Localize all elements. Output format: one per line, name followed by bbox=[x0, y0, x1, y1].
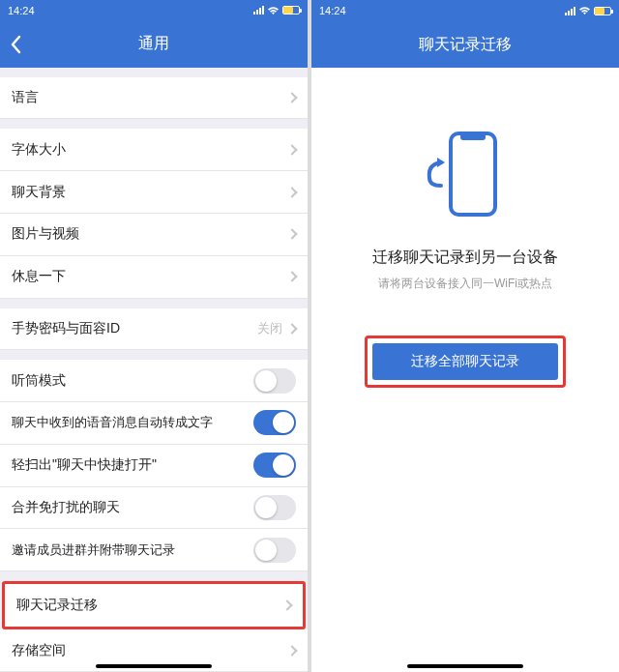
row-label: 邀请成员进群并附带聊天记录 bbox=[12, 541, 175, 559]
battery-icon bbox=[594, 7, 611, 15]
home-indicator bbox=[407, 664, 523, 668]
signal-icon bbox=[253, 6, 264, 15]
chevron-right-icon bbox=[286, 187, 297, 197]
row-invite-with-history: 邀请成员进群并附带聊天记录 bbox=[0, 529, 308, 571]
chevron-right-icon bbox=[286, 229, 297, 240]
chevron-right-icon bbox=[286, 271, 297, 281]
row-label: 手势密码与面容ID bbox=[12, 320, 120, 337]
row-receiver-mode: 听筒模式 bbox=[0, 360, 308, 402]
svg-rect-0 bbox=[451, 133, 495, 215]
wifi-icon bbox=[267, 6, 280, 15]
migrate-heading: 迁移聊天记录到另一台设备 bbox=[372, 248, 558, 268]
highlight-box: 迁移全部聊天记录 bbox=[365, 336, 566, 388]
device-transfer-icon bbox=[422, 126, 509, 222]
battery-icon bbox=[282, 6, 300, 15]
svg-rect-1 bbox=[460, 133, 486, 140]
toggle-quick-open[interactable] bbox=[253, 453, 296, 478]
migrate-all-button[interactable]: 迁移全部聊天记录 bbox=[372, 343, 558, 380]
row-label: 字体大小 bbox=[12, 141, 66, 159]
chevron-right-icon bbox=[286, 323, 297, 334]
toggle-merge-dnd[interactable] bbox=[253, 495, 296, 520]
toggle-receiver-mode[interactable] bbox=[253, 368, 296, 394]
chevron-right-icon bbox=[286, 144, 297, 155]
back-icon[interactable] bbox=[10, 35, 21, 54]
row-label: 聊天中收到的语音消息自动转成文字 bbox=[12, 414, 213, 431]
home-indicator bbox=[96, 664, 212, 668]
row-gesture-faceid[interactable]: 手势密码与面容ID 关闭 bbox=[0, 308, 308, 351]
nav-header: 聊天记录迁移 bbox=[311, 21, 619, 68]
status-time: 14:24 bbox=[319, 5, 346, 16]
row-quick-open: 轻扫出"聊天中快捷打开" bbox=[0, 445, 308, 487]
row-label: 语言 bbox=[12, 89, 39, 106]
chevron-right-icon bbox=[286, 645, 297, 656]
row-auto-transcribe: 聊天中收到的语音消息自动转成文字 bbox=[0, 402, 308, 445]
row-chat-background[interactable]: 聊天背景 bbox=[0, 171, 308, 214]
row-label: 聊天背景 bbox=[12, 184, 66, 201]
row-value: 关闭 bbox=[257, 320, 282, 337]
row-label: 图片与视频 bbox=[12, 225, 79, 243]
toggle-auto-transcribe[interactable] bbox=[253, 410, 296, 435]
row-image-video[interactable]: 图片与视频 bbox=[0, 214, 308, 256]
nav-header: 通用 bbox=[0, 21, 308, 68]
row-label: 合并免打扰的聊天 bbox=[12, 499, 120, 516]
row-chat-migration[interactable]: 聊天记录迁移 bbox=[5, 584, 303, 627]
status-bar: 14:24 bbox=[311, 0, 619, 21]
chevron-right-icon bbox=[286, 92, 297, 102]
row-label: 聊天记录迁移 bbox=[16, 597, 98, 614]
status-indicators bbox=[253, 6, 300, 15]
header-title: 聊天记录迁移 bbox=[419, 35, 512, 55]
right-screenshot: 14:24 聊天记录迁移 迁移聊天记录到另一台设备 请将两台设备接入同一WiFi… bbox=[311, 0, 619, 672]
row-font-size[interactable]: 字体大小 bbox=[0, 129, 308, 171]
row-language[interactable]: 语言 bbox=[0, 77, 308, 120]
row-label: 轻扫出"聊天中快捷打开" bbox=[12, 456, 157, 474]
header-title: 通用 bbox=[138, 34, 169, 54]
left-screenshot: 14:24 通用 语言 字体大小 聊天背景 图片与视频 休息一下 手势密码与面容… bbox=[0, 0, 308, 672]
toggle-invite-with-history[interactable] bbox=[253, 538, 296, 563]
row-rest[interactable]: 休息一下 bbox=[0, 256, 308, 299]
row-merge-dnd: 合并免打扰的聊天 bbox=[0, 487, 308, 530]
button-label: 迁移全部聊天记录 bbox=[411, 353, 519, 370]
row-label: 存储空间 bbox=[12, 642, 66, 659]
status-time: 14:24 bbox=[8, 5, 35, 16]
highlight-box: 聊天记录迁移 bbox=[2, 581, 306, 629]
row-label: 休息一下 bbox=[12, 268, 66, 285]
migrate-content: 迁移聊天记录到另一台设备 请将两台设备接入同一WiFi或热点 迁移全部聊天记录 bbox=[311, 68, 619, 672]
chevron-right-icon bbox=[281, 600, 292, 611]
row-label: 听筒模式 bbox=[12, 372, 66, 390]
status-bar: 14:24 bbox=[0, 0, 308, 21]
status-indicators bbox=[565, 6, 611, 15]
migrate-subtitle: 请将两台设备接入同一WiFi或热点 bbox=[378, 276, 552, 292]
signal-icon bbox=[565, 7, 575, 15]
wifi-icon bbox=[578, 6, 591, 15]
